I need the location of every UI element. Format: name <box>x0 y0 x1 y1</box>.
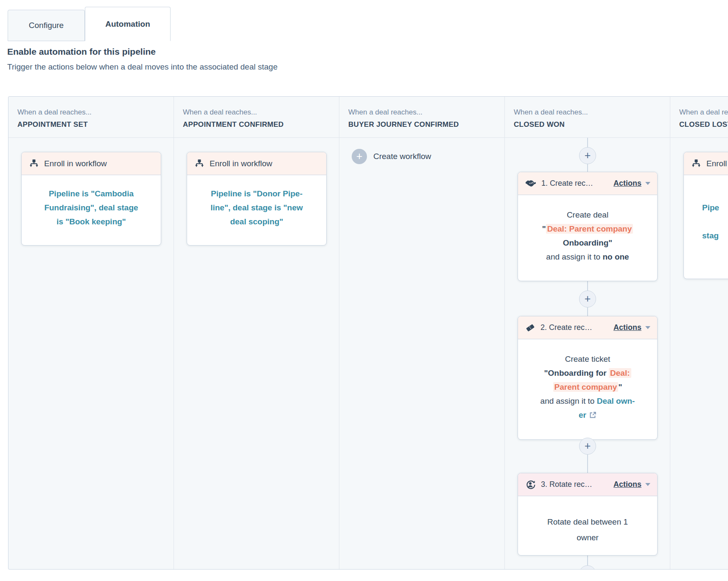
add-action-button[interactable]: + <box>579 438 596 455</box>
action-card-title: 3. Rotate rec… <box>541 480 592 489</box>
actions-dropdown[interactable]: Actions <box>613 323 650 332</box>
stage-column-closed-won: When a deal reaches... CLOSED WON + 1. C… <box>505 97 670 569</box>
actions-label: Actions <box>613 323 641 332</box>
stage-column-appointment-confirmed: When a deal reaches... APPOINTMENT CONFI… <box>174 97 339 569</box>
tab-bar: Configure Automation <box>8 7 171 41</box>
card-header: 2. Create rec… Actions <box>518 316 657 339</box>
stage-name: BUYER JOURNEY CONFIRMED <box>348 120 504 129</box>
stage-column-header: When a deal reaches... APPOINTMENT CONFI… <box>174 97 339 138</box>
action-card-title: 1. Create rec… <box>541 179 593 188</box>
stage-column-header: When a deal reaches... CLOSED LOST <box>670 97 728 138</box>
enroll-condition-text: Pipeline is "Cambodia Fundraising", deal… <box>22 175 161 245</box>
enroll-condition-text: Pipe stag <box>684 175 728 279</box>
workflow-icon <box>29 159 39 169</box>
actions-label: Actions <box>613 179 641 188</box>
stage-column-header: When a deal reaches... CLOSED WON <box>505 97 670 138</box>
stage-column-header: When a deal reaches... BUYER JOURNEY CON… <box>339 97 504 138</box>
chevron-down-icon <box>645 326 650 329</box>
actions-label: Actions <box>613 480 641 489</box>
card-header: Enroll in workflow <box>684 152 728 175</box>
tab-automation[interactable]: Automation <box>85 7 171 41</box>
enroll-workflow-card[interactable]: Enroll in workflow Pipeline is "Donor Pi… <box>187 152 327 246</box>
action-description: Create deal "Deal: Parent company Onboar… <box>518 195 657 277</box>
card-header-label: Enroll in workflow <box>44 159 107 168</box>
stage-column-header: When a deal reaches... APPOINTMENT SET <box>8 97 174 138</box>
create-workflow-button[interactable]: + Create workflow <box>352 149 431 164</box>
page-subtitle: Trigger the actions below when a deal mo… <box>7 62 277 72</box>
actions-dropdown[interactable]: Actions <box>613 480 650 489</box>
personalization-token: Deal: Parent company <box>546 224 633 234</box>
plus-icon: + <box>352 149 367 164</box>
action-card-create-deal[interactable]: 1. Create rec… Actions Create deal "Deal… <box>518 172 658 281</box>
enroll-workflow-card[interactable]: Enroll in workflow Pipeline is "Cambodia… <box>21 152 161 246</box>
card-header-label: Enroll in workflow <box>210 159 272 168</box>
action-card-create-ticket[interactable]: 2. Create rec… Actions Create ticket "On… <box>518 316 658 440</box>
stage-name: APPOINTMENT CONFIRMED <box>183 120 339 129</box>
stage-column-appointment-set: When a deal reaches... APPOINTMENT SET E… <box>8 97 174 569</box>
pipeline-automation-board: When a deal reaches... APPOINTMENT SET E… <box>8 96 728 570</box>
reaches-label: When a deal reaches... <box>183 108 339 117</box>
personalization-token: Deal: <box>609 368 631 378</box>
create-workflow-label: Create workflow <box>373 152 431 161</box>
deal-owner-link[interactable]: er <box>579 411 586 419</box>
handshake-icon <box>525 179 536 188</box>
rotate-user-icon <box>525 479 536 490</box>
reaches-label: When a deal reaches... <box>17 108 174 117</box>
workflow-icon <box>691 159 701 169</box>
action-card-rotate-record[interactable]: 3. Rotate rec… Actions Rotate deal betwe… <box>518 473 658 556</box>
card-header: 1. Create rec… Actions <box>518 172 657 195</box>
card-header: Enroll in workflow <box>22 152 161 175</box>
stage-name: CLOSED LOST <box>679 120 728 129</box>
stage-column-closed-lost: When a deal reaches... CLOSED LOST Enrol… <box>670 97 728 569</box>
chevron-down-icon <box>645 182 650 185</box>
deal-owner-link[interactable]: Deal own- <box>597 397 635 405</box>
card-header-label: Enroll in workflow <box>706 159 728 168</box>
ticket-icon <box>525 323 535 333</box>
action-card-title: 2. Create rec… <box>540 323 592 332</box>
stage-name: CLOSED WON <box>514 120 670 129</box>
chevron-down-icon <box>645 483 650 486</box>
add-action-button[interactable]: + <box>579 565 596 570</box>
workflow-icon <box>194 159 204 169</box>
page-title: Enable automation for this pipeline <box>7 47 156 57</box>
add-action-button[interactable]: + <box>579 290 596 307</box>
card-header: 3. Rotate rec… Actions <box>518 473 657 496</box>
reaches-label: When a deal reaches... <box>679 108 728 117</box>
tab-configure[interactable]: Configure <box>8 10 85 41</box>
enroll-condition-text: Pipeline is "Donor Pipe- line", deal sta… <box>187 175 326 245</box>
stage-column-buyer-journey-confirmed: When a deal reaches... BUYER JOURNEY CON… <box>339 97 505 569</box>
action-description: Rotate deal between 1 owner <box>518 496 657 563</box>
external-link-icon <box>589 409 596 423</box>
action-description: Create ticket "Onboarding for Deal: Pare… <box>518 339 657 436</box>
card-header: Enroll in workflow <box>187 152 326 175</box>
enroll-workflow-card[interactable]: Enroll in workflow Pipe stag <box>683 152 728 279</box>
stage-name: APPOINTMENT SET <box>17 120 174 129</box>
add-action-button[interactable]: + <box>579 147 596 164</box>
reaches-label: When a deal reaches... <box>348 108 504 117</box>
actions-dropdown[interactable]: Actions <box>613 179 650 188</box>
reaches-label: When a deal reaches... <box>514 108 670 117</box>
personalization-token: Parent company <box>553 382 619 392</box>
